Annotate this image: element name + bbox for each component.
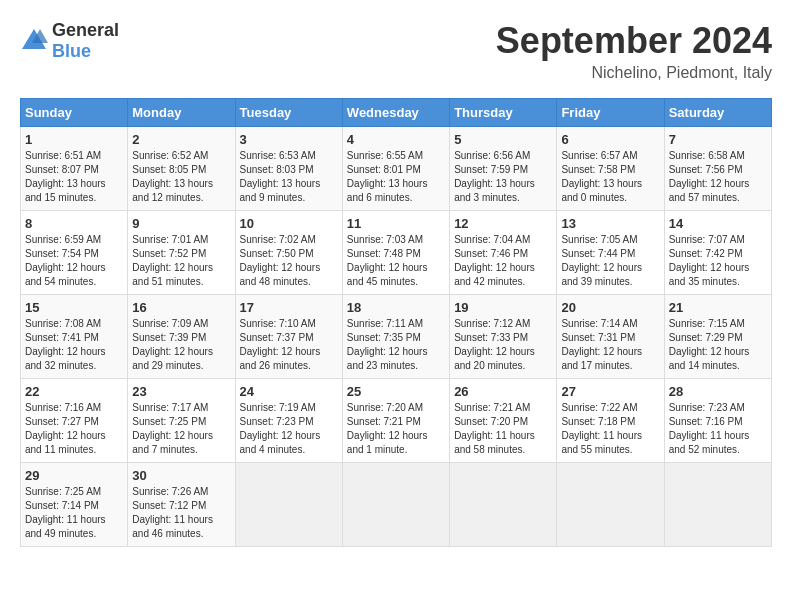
calendar-cell: 19 Sunrise: 7:12 AM Sunset: 7:33 PM Dayl… [450, 295, 557, 379]
daylight-text: Daylight: 12 hours and 48 minutes. [240, 262, 321, 287]
sunset-text: Sunset: 7:35 PM [347, 332, 421, 343]
calendar-cell: 17 Sunrise: 7:10 AM Sunset: 7:37 PM Dayl… [235, 295, 342, 379]
sunrise-text: Sunrise: 7:01 AM [132, 234, 208, 245]
calendar-cell: 4 Sunrise: 6:55 AM Sunset: 8:01 PM Dayli… [342, 127, 449, 211]
sunset-text: Sunset: 8:07 PM [25, 164, 99, 175]
calendar-cell: 6 Sunrise: 6:57 AM Sunset: 7:58 PM Dayli… [557, 127, 664, 211]
daylight-text: Daylight: 12 hours and 4 minutes. [240, 430, 321, 455]
day-info: Sunrise: 7:09 AM Sunset: 7:39 PM Dayligh… [132, 317, 230, 373]
sunset-text: Sunset: 7:50 PM [240, 248, 314, 259]
sunset-text: Sunset: 7:41 PM [25, 332, 99, 343]
day-number: 1 [25, 132, 123, 147]
daylight-text: Daylight: 11 hours and 52 minutes. [669, 430, 750, 455]
calendar-cell [342, 463, 449, 547]
sunset-text: Sunset: 7:42 PM [669, 248, 743, 259]
calendar-cell: 24 Sunrise: 7:19 AM Sunset: 7:23 PM Dayl… [235, 379, 342, 463]
sunrise-text: Sunrise: 7:12 AM [454, 318, 530, 329]
sunset-text: Sunset: 7:25 PM [132, 416, 206, 427]
day-info: Sunrise: 6:51 AM Sunset: 8:07 PM Dayligh… [25, 149, 123, 205]
calendar-cell [557, 463, 664, 547]
calendar-cell: 26 Sunrise: 7:21 AM Sunset: 7:20 PM Dayl… [450, 379, 557, 463]
sunrise-text: Sunrise: 6:53 AM [240, 150, 316, 161]
day-info: Sunrise: 7:23 AM Sunset: 7:16 PM Dayligh… [669, 401, 767, 457]
day-info: Sunrise: 6:53 AM Sunset: 8:03 PM Dayligh… [240, 149, 338, 205]
daylight-text: Daylight: 12 hours and 45 minutes. [347, 262, 428, 287]
day-info: Sunrise: 6:56 AM Sunset: 7:59 PM Dayligh… [454, 149, 552, 205]
day-info: Sunrise: 7:26 AM Sunset: 7:12 PM Dayligh… [132, 485, 230, 541]
logo-blue: Blue [52, 41, 91, 61]
sunrise-text: Sunrise: 7:21 AM [454, 402, 530, 413]
day-number: 13 [561, 216, 659, 231]
sunrise-text: Sunrise: 7:17 AM [132, 402, 208, 413]
day-info: Sunrise: 7:05 AM Sunset: 7:44 PM Dayligh… [561, 233, 659, 289]
calendar-week-row: 15 Sunrise: 7:08 AM Sunset: 7:41 PM Dayl… [21, 295, 772, 379]
sunrise-text: Sunrise: 7:02 AM [240, 234, 316, 245]
sunrise-text: Sunrise: 7:07 AM [669, 234, 745, 245]
calendar-cell: 27 Sunrise: 7:22 AM Sunset: 7:18 PM Dayl… [557, 379, 664, 463]
sunset-text: Sunset: 7:29 PM [669, 332, 743, 343]
sunset-text: Sunset: 7:33 PM [454, 332, 528, 343]
day-info: Sunrise: 6:55 AM Sunset: 8:01 PM Dayligh… [347, 149, 445, 205]
day-info: Sunrise: 7:02 AM Sunset: 7:50 PM Dayligh… [240, 233, 338, 289]
calendar-header-row: SundayMondayTuesdayWednesdayThursdayFrid… [21, 99, 772, 127]
sunrise-text: Sunrise: 7:11 AM [347, 318, 423, 329]
calendar-table: SundayMondayTuesdayWednesdayThursdayFrid… [20, 98, 772, 547]
day-info: Sunrise: 7:07 AM Sunset: 7:42 PM Dayligh… [669, 233, 767, 289]
day-info: Sunrise: 7:25 AM Sunset: 7:14 PM Dayligh… [25, 485, 123, 541]
sunrise-text: Sunrise: 6:56 AM [454, 150, 530, 161]
day-info: Sunrise: 7:01 AM Sunset: 7:52 PM Dayligh… [132, 233, 230, 289]
day-number: 30 [132, 468, 230, 483]
daylight-text: Daylight: 13 hours and 6 minutes. [347, 178, 428, 203]
daylight-text: Daylight: 12 hours and 54 minutes. [25, 262, 106, 287]
sunrise-text: Sunrise: 7:03 AM [347, 234, 423, 245]
calendar-cell: 16 Sunrise: 7:09 AM Sunset: 7:39 PM Dayl… [128, 295, 235, 379]
daylight-text: Daylight: 12 hours and 11 minutes. [25, 430, 106, 455]
daylight-text: Daylight: 12 hours and 1 minute. [347, 430, 428, 455]
sunrise-text: Sunrise: 6:51 AM [25, 150, 101, 161]
day-info: Sunrise: 7:16 AM Sunset: 7:27 PM Dayligh… [25, 401, 123, 457]
sunset-text: Sunset: 7:56 PM [669, 164, 743, 175]
day-number: 19 [454, 300, 552, 315]
calendar-cell: 20 Sunrise: 7:14 AM Sunset: 7:31 PM Dayl… [557, 295, 664, 379]
day-info: Sunrise: 7:14 AM Sunset: 7:31 PM Dayligh… [561, 317, 659, 373]
calendar-cell: 12 Sunrise: 7:04 AM Sunset: 7:46 PM Dayl… [450, 211, 557, 295]
day-number: 3 [240, 132, 338, 147]
sunrise-text: Sunrise: 7:25 AM [25, 486, 101, 497]
header-saturday: Saturday [664, 99, 771, 127]
sunset-text: Sunset: 7:39 PM [132, 332, 206, 343]
sunrise-text: Sunrise: 7:19 AM [240, 402, 316, 413]
sunrise-text: Sunrise: 6:58 AM [669, 150, 745, 161]
daylight-text: Daylight: 13 hours and 12 minutes. [132, 178, 213, 203]
logo: General Blue [20, 20, 119, 62]
daylight-text: Daylight: 11 hours and 58 minutes. [454, 430, 535, 455]
daylight-text: Daylight: 12 hours and 51 minutes. [132, 262, 213, 287]
sunrise-text: Sunrise: 6:52 AM [132, 150, 208, 161]
calendar-cell: 3 Sunrise: 6:53 AM Sunset: 8:03 PM Dayli… [235, 127, 342, 211]
header-friday: Friday [557, 99, 664, 127]
sunset-text: Sunset: 7:37 PM [240, 332, 314, 343]
sunset-text: Sunset: 7:23 PM [240, 416, 314, 427]
sunset-text: Sunset: 7:52 PM [132, 248, 206, 259]
day-number: 4 [347, 132, 445, 147]
calendar-cell: 7 Sunrise: 6:58 AM Sunset: 7:56 PM Dayli… [664, 127, 771, 211]
day-info: Sunrise: 7:10 AM Sunset: 7:37 PM Dayligh… [240, 317, 338, 373]
daylight-text: Daylight: 12 hours and 17 minutes. [561, 346, 642, 371]
day-info: Sunrise: 7:03 AM Sunset: 7:48 PM Dayligh… [347, 233, 445, 289]
sunset-text: Sunset: 7:46 PM [454, 248, 528, 259]
sunrise-text: Sunrise: 6:57 AM [561, 150, 637, 161]
daylight-text: Daylight: 12 hours and 23 minutes. [347, 346, 428, 371]
day-info: Sunrise: 7:22 AM Sunset: 7:18 PM Dayligh… [561, 401, 659, 457]
daylight-text: Daylight: 13 hours and 9 minutes. [240, 178, 321, 203]
daylight-text: Daylight: 12 hours and 32 minutes. [25, 346, 106, 371]
sunset-text: Sunset: 7:54 PM [25, 248, 99, 259]
sunrise-text: Sunrise: 7:05 AM [561, 234, 637, 245]
sunset-text: Sunset: 7:59 PM [454, 164, 528, 175]
sunrise-text: Sunrise: 7:04 AM [454, 234, 530, 245]
daylight-text: Daylight: 13 hours and 15 minutes. [25, 178, 106, 203]
calendar-cell: 9 Sunrise: 7:01 AM Sunset: 7:52 PM Dayli… [128, 211, 235, 295]
day-number: 5 [454, 132, 552, 147]
day-number: 12 [454, 216, 552, 231]
day-number: 9 [132, 216, 230, 231]
day-info: Sunrise: 7:17 AM Sunset: 7:25 PM Dayligh… [132, 401, 230, 457]
daylight-text: Daylight: 12 hours and 14 minutes. [669, 346, 750, 371]
